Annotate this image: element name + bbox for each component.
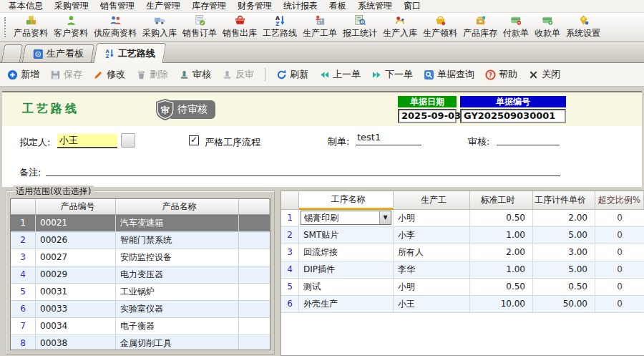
modify-button[interactable]: 修改 [93, 68, 125, 81]
toolbar-supplier-info[interactable]: 供应商资料 [91, 14, 140, 41]
help-button[interactable]: ? 帮助 [485, 68, 517, 81]
col-header-over-ratio[interactable]: 超交比例% [595, 191, 644, 210]
toolbar-sales-order[interactable]: 销售订单 [180, 14, 220, 41]
button-label: 上一单 [333, 68, 361, 81]
receipt-card-icon [542, 14, 554, 27]
worker-cell: 小明 [394, 279, 470, 295]
toolbar-receipt-bill[interactable]: 收款单 [532, 14, 563, 41]
col-header-product-name[interactable]: 产品名称 [116, 199, 239, 214]
product-name: 汽车变速箱 [116, 215, 239, 231]
empty-cell [239, 318, 270, 335]
col-header-worker[interactable]: 生产工 [394, 191, 470, 210]
col-header-empty [239, 199, 270, 214]
audit-button[interactable]: 审核 [179, 68, 211, 81]
doc-search-icon [424, 69, 434, 80]
toolbar-product-info[interactable]: 产品资料 [11, 14, 51, 41]
menu-item-production[interactable]: 生产管理 [140, 0, 186, 12]
menu-item-base-info[interactable]: 基本信息 [3, 0, 49, 12]
material-basket-icon [434, 14, 447, 27]
scope-table-row[interactable]: 2 00026 智能门禁系统 [11, 232, 270, 249]
close-button[interactable]: 关闭 [528, 68, 560, 81]
process-name-combobox[interactable]: 锡膏印刷 ▼ [301, 211, 391, 225]
toolbar-process-route[interactable]: AZ 工艺路线 [260, 14, 300, 41]
maker-value[interactable]: test1 [356, 132, 421, 145]
price-cell: 50.00 [533, 296, 595, 312]
toolbar-customer-info[interactable]: 客户资料 [51, 14, 91, 41]
toolbar-material-requisition[interactable]: 生产领料 [420, 14, 460, 41]
drafter-browse-button[interactable] [121, 133, 135, 148]
menu-item-reports[interactable]: 统计报表 [278, 0, 323, 12]
toolbar-work-report-stats[interactable]: 报工统计 [340, 14, 380, 41]
process-name-cell: 外壳生产 [299, 296, 394, 312]
scope-table-row[interactable]: 7 00034 电子衡器 [11, 318, 270, 335]
settings-gem-icon [577, 14, 590, 27]
tab-bar: 生产看板 AZ 工艺路线 [0, 42, 644, 63]
doc-number-input[interactable]: GY202509030001 [460, 109, 566, 123]
save-button[interactable]: 保存 [50, 68, 82, 81]
auditor-value[interactable] [497, 132, 560, 145]
menu-item-kanban[interactable]: 看板 [323, 0, 352, 12]
empty-cell [239, 284, 270, 300]
dropdown-arrow-icon[interactable]: ▼ [379, 211, 391, 224]
button-label: 审核 [192, 68, 211, 81]
process-table-row[interactable]: 6 外壳生产 小王 10.00 50.00 0 [281, 296, 644, 313]
scope-table-row[interactable]: 3 00027 安防监控设备 [11, 249, 270, 266]
ratio-cell: 0 [595, 227, 644, 244]
col-header-product-code[interactable]: 产品编号 [36, 199, 116, 214]
new-button[interactable]: 新增 [7, 68, 39, 81]
col-header-standard-hours[interactable]: 标准工时 [470, 191, 533, 210]
tab-process-route[interactable]: AZ 工艺路线 [94, 43, 167, 63]
menu-item-system[interactable]: 系统管理 [352, 0, 398, 12]
doc-header-band: 工艺路线 审 待审核 单据日期 2025-09-03 单据编号 GY202509… [2, 91, 642, 126]
menu-item-finance[interactable]: 财务管理 [232, 0, 278, 12]
toolbar-production-inbound[interactable]: 生产入库 [380, 14, 420, 41]
scope-table-row[interactable]: 8 00038 金属切削工具 [11, 335, 270, 350]
scope-table-row[interactable]: 6 00033 实验室仪器 [11, 301, 270, 318]
menu-item-purchase[interactable]: 采购管理 [49, 0, 94, 12]
doc-query-button[interactable]: 单据查询 [424, 68, 474, 81]
scope-table-row[interactable]: 5 00031 工业锅炉 [11, 284, 270, 301]
production-inbound-icon [394, 14, 406, 27]
stock-box-icon [474, 14, 487, 27]
empty-cell [239, 266, 270, 283]
refresh-button[interactable]: 刷新 [276, 68, 308, 81]
process-table-row[interactable]: 5 测试 小明 0.50 0.50 0 [281, 279, 644, 296]
product-code: 00033 [36, 301, 116, 317]
product-name: 实验室仪器 [116, 301, 239, 317]
toolbar-product-stock[interactable]: 产品库存 [460, 14, 500, 41]
unaudit-button[interactable]: 反审 [222, 68, 254, 81]
row-number: 7 [11, 318, 36, 335]
col-header-piece-price[interactable]: 工序计件单价 [533, 191, 595, 210]
toolbar-sales-outbound[interactable]: 销售出库 [220, 14, 260, 41]
col-header-row-number[interactable] [11, 199, 36, 214]
tab-production-kanban[interactable]: 生产看板 [22, 44, 94, 62]
process-table-row[interactable]: 3 回流焊接 所有人 2.00 3.00 0 [281, 244, 644, 261]
prev-doc-button[interactable]: 上一单 [319, 68, 361, 81]
col-header-row-number[interactable] [281, 191, 299, 210]
toolbar-system-settings[interactable]: 系统设置 [563, 14, 603, 41]
menu-item-window[interactable]: 窗口 [398, 0, 426, 12]
delete-button[interactable]: 删除 [136, 68, 168, 81]
payment-card-icon [510, 14, 522, 27]
menu-item-sales[interactable]: 销售管理 [94, 0, 140, 12]
toolbar-payment-bill[interactable]: 付款单 [500, 14, 532, 41]
toolbar-work-order[interactable]: 生产工单 [300, 14, 340, 41]
process-table-row[interactable]: 2 SMT贴片 小李 1.00 5.00 0 [281, 227, 644, 244]
button-label: 保存 [64, 68, 82, 81]
next-doc-button[interactable]: 下一单 [371, 68, 413, 81]
worker-cell: 所有人 [394, 244, 470, 261]
toolbar-purchase-inbound[interactable]: 采购入库 [140, 14, 180, 41]
remark-input[interactable] [46, 163, 560, 176]
process-table-row[interactable]: 4 DIP插件 李华 1.00 5.00 0 [281, 261, 644, 279]
drafter-input[interactable]: 小王 [57, 134, 117, 148]
col-header-process-name[interactable]: 工序名称 [299, 191, 394, 210]
doc-date-input[interactable]: 2025-09-03 [398, 109, 457, 123]
scope-table-row[interactable]: 1 00021 汽车变速箱 [11, 215, 270, 232]
scope-table-row[interactable]: 4 00029 电力变压器 [11, 266, 270, 284]
menu-item-inventory[interactable]: 库存管理 [186, 0, 232, 12]
process-table-row[interactable]: 1 锡膏印刷 ▼ 小明 0.50 2.00 0 [281, 210, 644, 227]
strict-flow-checkbox[interactable]: ✓ [189, 135, 199, 145]
scope-panel-title: 适用范围(双击选择) [13, 186, 94, 198]
toolbar-label: 生产领料 [423, 27, 457, 39]
sales-outbound-basket-icon [234, 14, 246, 27]
